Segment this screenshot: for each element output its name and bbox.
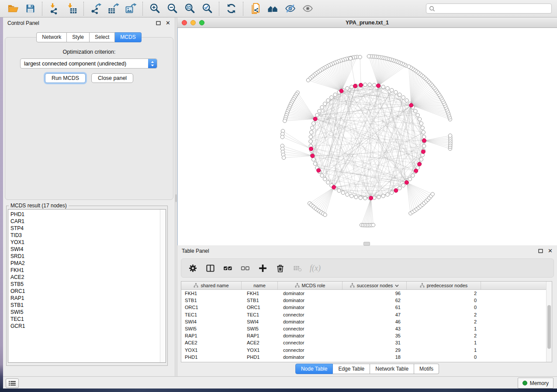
first-neighbors-button[interactable] [266, 2, 280, 16]
table-cell[interactable]: TEC1 [181, 312, 242, 317]
hide-selection-button[interactable] [283, 2, 297, 16]
add-row-button[interactable] [257, 263, 268, 273]
horizontal-splitter-handle[interactable] [363, 242, 370, 246]
table-cell[interactable]: 2 [407, 319, 481, 324]
table-cell[interactable]: STB1 [181, 298, 242, 303]
table-row[interactable]: RAP1RAP1dominator352 [181, 332, 552, 339]
table-cell[interactable]: YOX1 [181, 347, 242, 353]
table-cell[interactable]: PHD1 [181, 354, 242, 360]
table-cell[interactable]: SWI4 [242, 319, 278, 324]
table-cell[interactable]: 43 [343, 326, 407, 331]
table-cell[interactable]: connector [278, 312, 343, 317]
maximize-window-icon[interactable] [199, 20, 204, 25]
column-header-name[interactable]: name [242, 282, 278, 289]
table-cell[interactable]: YOX1 [242, 347, 278, 353]
refresh-button[interactable] [224, 2, 238, 16]
table-cell[interactable]: 2 [407, 291, 481, 296]
mcds-result-item[interactable]: TEC1 [10, 316, 159, 323]
table-cell[interactable]: STB1 [242, 298, 278, 303]
table-cell[interactable]: 31 [343, 340, 407, 345]
table-cell[interactable]: dominator [278, 305, 343, 310]
table-cell[interactable]: dominator [278, 354, 343, 360]
zoom-fit-button[interactable] [183, 2, 197, 16]
tab-select[interactable]: Select [90, 32, 115, 42]
table-cell[interactable]: RAP1 [181, 333, 242, 338]
deselect-all-button[interactable] [240, 263, 250, 273]
show-all-button[interactable] [301, 2, 315, 16]
search-input[interactable] [437, 5, 549, 12]
table-row[interactable]: SWI4SWI4dominator462 [181, 318, 552, 325]
delete-row-button[interactable] [275, 263, 285, 273]
table-row[interactable]: YOX1YOX1connector291 [181, 347, 552, 354]
result-list-scrollbar[interactable] [160, 210, 166, 362]
column-header-predecessor-nodes[interactable]: predecessor nodes [407, 282, 481, 289]
import-table-button[interactable] [65, 2, 79, 16]
vertical-splitter-handle[interactable] [175, 194, 177, 202]
tab-style[interactable]: Style [67, 32, 90, 42]
table-scrollbar-thumb[interactable] [547, 305, 551, 349]
column-header-successor-nodes[interactable]: successor nodes [343, 282, 407, 289]
table-row[interactable]: ORC1ORC1dominator610 [181, 304, 552, 311]
tab-motifs[interactable]: Motifs [414, 364, 439, 374]
table-cell[interactable]: 61 [343, 305, 407, 310]
export-image-button[interactable] [124, 2, 138, 16]
table-cell[interactable]: RAP1 [242, 333, 278, 338]
float-table-panel-button[interactable] [538, 249, 543, 253]
table-cell[interactable]: ORC1 [242, 305, 278, 310]
table-row[interactable]: PHD1PHD1dominator180 [181, 354, 552, 361]
memory-button[interactable]: Memory [518, 378, 554, 389]
tab-network[interactable]: Network [36, 32, 67, 42]
task-history-button[interactable] [6, 378, 19, 388]
table-cell[interactable]: SWI5 [181, 326, 242, 331]
mcds-result-item[interactable]: RAP1 [10, 295, 159, 302]
table-cell[interactable]: 46 [343, 319, 407, 324]
table-cell[interactable]: ORC1 [181, 305, 242, 310]
table-cell[interactable]: connector [278, 340, 343, 345]
table-cell[interactable]: connector [278, 347, 343, 353]
table-cell[interactable]: 1 [407, 326, 481, 331]
table-cell[interactable]: 35 [343, 333, 407, 338]
table-cell[interactable]: SWI5 [242, 326, 278, 331]
mcds-result-item[interactable]: STB5 [10, 281, 159, 288]
table-cell[interactable]: ACE2 [181, 340, 242, 345]
tab-node-table[interactable]: Node Table [295, 364, 333, 374]
new-network-button[interactable] [248, 2, 262, 16]
close-panel-button[interactable]: Close panel [91, 73, 133, 83]
zoom-selected-button[interactable] [200, 2, 214, 16]
save-session-button[interactable] [23, 2, 37, 16]
table-cell[interactable]: dominator [278, 291, 343, 296]
mcds-result-item[interactable]: SWI4 [10, 246, 159, 253]
table-cell[interactable]: 2 [407, 312, 481, 317]
table-cell[interactable]: 1 [407, 340, 481, 345]
table-cell[interactable]: 18 [343, 354, 407, 360]
column-header-shared-name[interactable]: shared name [181, 282, 242, 289]
optimization-criterion-select[interactable]: largest connected component (undirected) [20, 58, 157, 69]
tab-network-table[interactable]: Network Table [370, 364, 414, 374]
export-table-button[interactable] [106, 2, 120, 16]
table-cell[interactable]: 2 [407, 333, 481, 338]
network-canvas[interactable] [177, 28, 557, 245]
table-cell[interactable]: 47 [343, 312, 407, 317]
table-cell[interactable]: 62 [343, 298, 407, 303]
table-cell[interactable]: FKH1 [181, 291, 242, 296]
minimize-window-icon[interactable] [190, 20, 196, 25]
zoom-out-button[interactable] [165, 2, 179, 16]
mcds-result-item[interactable]: STP4 [10, 225, 159, 232]
mcds-result-item[interactable]: YOX1 [10, 239, 159, 246]
table-row[interactable]: STB1STB1dominator620 [181, 297, 552, 304]
mcds-result-item[interactable]: ACE2 [10, 274, 159, 281]
table-cell[interactable]: 0 [407, 298, 481, 303]
table-row[interactable]: TEC1TEC1connector472 [181, 311, 552, 318]
column-layout-button[interactable] [205, 263, 215, 273]
table-cell[interactable]: dominator [278, 298, 343, 303]
mcds-result-list[interactable]: PHD1CAR1STP4TID3YOX1SWI4SRD1PMA2FKH1ACE2… [8, 209, 166, 363]
close-table-panel-button[interactable]: ✕ [548, 249, 553, 253]
table-cell[interactable]: PHD1 [242, 354, 278, 360]
table-cell[interactable]: 0 [407, 354, 481, 360]
mcds-result-item[interactable]: GCR1 [10, 323, 159, 330]
import-network-button[interactable] [47, 2, 61, 16]
export-network-button[interactable] [89, 2, 103, 16]
table-cell[interactable]: 1 [407, 347, 481, 353]
close-control-panel-button[interactable]: ✕ [166, 21, 170, 25]
close-window-icon[interactable] [182, 20, 187, 25]
